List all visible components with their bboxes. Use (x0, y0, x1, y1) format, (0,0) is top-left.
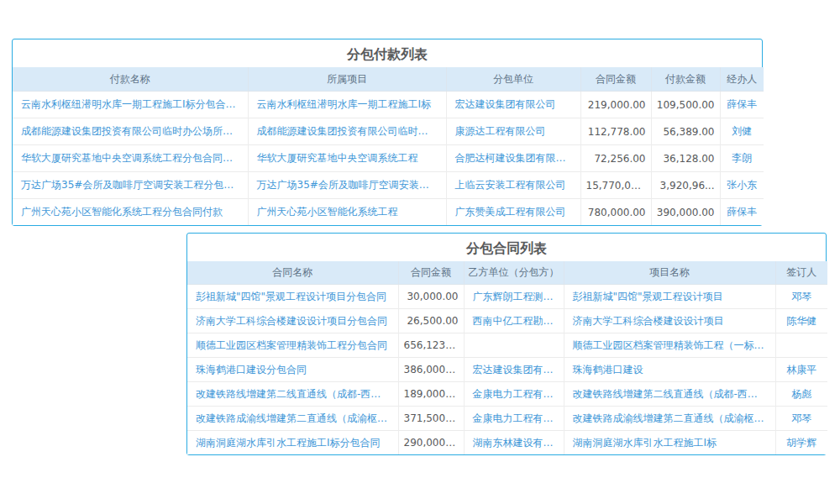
cell-handler[interactable]: 李朗 (720, 145, 764, 172)
cell-name[interactable]: 改建铁路成渝线增建第二直通线（成渝枢纽）电力... (187, 407, 398, 431)
table-row: 华软大厦研究基地中央空调系统工程分包合同付款华软大厦研究基地中央空调系统工程合肥… (13, 145, 764, 172)
column-header-signer: 签订人 (775, 261, 827, 285)
cell-unit[interactable]: 康源达工程有限公司 (446, 118, 580, 145)
cell-amount: 656,123.00 (398, 333, 464, 358)
cell-project[interactable]: 万达广场35#会所及咖啡厅空调安装工程 (248, 172, 446, 199)
column-header-project: 项目名称 (564, 261, 775, 285)
cell-contract-amount: 112,778.00 (580, 118, 651, 145)
cell-name[interactable]: 彭祖新城"四馆"景观工程设计项目分包合同 (187, 285, 398, 309)
table-row: 顺德工业园区档案管理精装饰工程分包合同656,123.00顺德工业园区档案管理精… (187, 333, 827, 358)
payment-table-header: 付款名称所属项目分包单位合同金额付款金额经办人 (13, 67, 764, 92)
cell-name[interactable]: 改建铁路线增建第二线直通线（成都-西安）电力线... (187, 382, 398, 407)
cell-project[interactable]: 改建铁路成渝线增建第二直通线（成渝枢纽）电力... (564, 407, 775, 431)
cell-unit[interactable]: 金康电力工程有限公司 (464, 407, 564, 431)
cell-unit (464, 333, 564, 358)
cell-name[interactable]: 广州天心苑小区智能化系统工程分包合同付款 (13, 199, 248, 226)
cell-project[interactable]: 云南水利枢纽潜明水库一期工程施工I标 (248, 92, 446, 118)
table-row: 云南水利枢纽潜明水库一期工程施工I标分包合同付款云南水利枢纽潜明水库一期工程施工… (13, 92, 764, 118)
cell-amount: 26,500.00 (398, 309, 464, 333)
cell-project[interactable]: 改建铁路线增建第二线直通线（成都-西安）电力线... (564, 382, 775, 407)
cell-payment-amount: 36,128.00 (651, 145, 720, 172)
cell-project[interactable]: 济南大学工科综合楼建设设计项目 (564, 309, 775, 333)
payment-list-panel: 分包付款列表 付款名称所属项目分包单位合同金额付款金额经办人 云南水利枢纽潜明水… (12, 39, 763, 226)
table-row: 珠海鹤港口建设分包合同386,000.00宏达建设集团有限公司珠海鹤港口建设林康… (187, 358, 827, 382)
cell-contract-amount: 15,770,00... (580, 172, 651, 199)
column-header-unit: 分包单位 (446, 67, 580, 92)
cell-name[interactable]: 华软大厦研究基地中央空调系统工程分包合同付款 (13, 145, 248, 172)
cell-handler[interactable]: 薛保丰 (720, 92, 764, 118)
column-header-handler: 经办人 (720, 67, 764, 92)
table-row: 彭祖新城"四馆"景观工程设计项目分包合同30,000.00广东辉朗工程测绘公司彭… (187, 285, 827, 309)
payment-table-body: 云南水利枢纽潜明水库一期工程施工I标分包合同付款云南水利枢纽潜明水库一期工程施工… (13, 92, 764, 226)
column-header-unit: 乙方单位（分包方） (464, 261, 564, 285)
cell-signer[interactable]: 邓琴 (775, 407, 827, 431)
cell-contract-amount: 72,256.00 (580, 145, 651, 172)
cell-payment-amount: 390,000.00 (651, 199, 720, 226)
cell-unit[interactable]: 广东赞美成工程有限公司 (446, 199, 580, 226)
contract-table-header: 合同名称合同金额乙方单位（分包方）项目名称签订人 (187, 261, 827, 285)
cell-unit[interactable]: 宏达建设集团有限公司 (464, 358, 564, 382)
table-row: 广州天心苑小区智能化系统工程分包合同付款广州天心苑小区智能化系统工程广东赞美成工… (13, 199, 764, 226)
cell-signer[interactable]: 陈华健 (775, 309, 827, 333)
cell-payment-amount: 3,920,96... (651, 172, 720, 199)
contract-list-title: 分包合同列表 (187, 234, 826, 261)
cell-amount: 290,000.00 (398, 431, 464, 455)
cell-name[interactable]: 济南大学工科综合楼建设设计项目分包合同 (187, 309, 398, 333)
cell-signer[interactable]: 林康平 (775, 358, 827, 382)
column-header-amount: 合同金额 (398, 261, 464, 285)
cell-payment-amount: 56,389.00 (651, 118, 720, 145)
cell-name[interactable]: 顺德工业园区档案管理精装饰工程分包合同 (187, 333, 398, 358)
cell-handler[interactable]: 薛保丰 (720, 199, 764, 226)
cell-payment-amount: 109,500.00 (651, 92, 720, 118)
cell-name[interactable]: 珠海鹤港口建设分包合同 (187, 358, 398, 382)
column-header-project: 所属项目 (248, 67, 446, 92)
cell-handler[interactable]: 刘健 (720, 118, 764, 145)
cell-unit[interactable]: 广东辉朗工程测绘公司 (464, 285, 564, 309)
cell-name[interactable]: 湖南洞庭湖水库引水工程施工I标分包合同 (187, 431, 398, 455)
cell-amount: 371,500.00 (398, 407, 464, 431)
cell-unit[interactable]: 上临云安装工程有限公司 (446, 172, 580, 199)
cell-amount: 386,000.00 (398, 358, 464, 382)
cell-name[interactable]: 成都能源建设集团投资有限公司临时办公场所装修改造... (13, 118, 248, 145)
column-header-name: 付款名称 (13, 67, 248, 92)
cell-project[interactable]: 湖南洞庭湖水库引水工程施工I标 (564, 431, 775, 455)
cell-project[interactable]: 珠海鹤港口建设 (564, 358, 775, 382)
cell-unit[interactable]: 合肥达柯建设集团有限公司 (446, 145, 580, 172)
cell-unit[interactable]: 金康电力工程有限公司 (464, 382, 564, 407)
payment-list-title: 分包付款列表 (13, 39, 762, 67)
column-header-name: 合同名称 (187, 261, 398, 285)
cell-project[interactable]: 华软大厦研究基地中央空调系统工程 (248, 145, 446, 172)
cell-signer[interactable]: 杨彪 (775, 382, 827, 407)
cell-project[interactable]: 广州天心苑小区智能化系统工程 (248, 199, 446, 226)
cell-project[interactable]: 顺德工业园区档案管理精装饰工程（一标段） (564, 333, 775, 358)
table-row: 万达广场35#会所及咖啡厅空调安装工程分包合同付款万达广场35#会所及咖啡厅空调… (13, 172, 764, 199)
column-header-contract-amount: 合同金额 (580, 67, 651, 92)
cell-unit[interactable]: 西南中亿工程勘察公司 (464, 309, 564, 333)
cell-handler[interactable]: 张小东 (720, 172, 764, 199)
cell-unit[interactable]: 湖南东林建设有限公司 (464, 431, 564, 455)
cell-name[interactable]: 云南水利枢纽潜明水库一期工程施工I标分包合同付款 (13, 92, 248, 118)
contract-table: 合同名称合同金额乙方单位（分包方）项目名称签订人 彭祖新城"四馆"景观工程设计项… (187, 261, 827, 454)
table-row: 济南大学工科综合楼建设设计项目分包合同26,500.00西南中亿工程勘察公司济南… (187, 309, 827, 333)
payment-table: 付款名称所属项目分包单位合同金额付款金额经办人 云南水利枢纽潜明水库一期工程施工… (13, 67, 764, 225)
cell-signer[interactable]: 邓琴 (775, 285, 827, 309)
table-row: 湖南洞庭湖水库引水工程施工I标分包合同290,000.00湖南东林建设有限公司湖… (187, 431, 827, 455)
table-row: 改建铁路成渝线增建第二直通线（成渝枢纽）电力...371,500.00金康电力工… (187, 407, 827, 431)
cell-name[interactable]: 万达广场35#会所及咖啡厅空调安装工程分包合同付款 (13, 172, 248, 199)
cell-contract-amount: 219,000.00 (580, 92, 651, 118)
column-header-payment-amount: 付款金额 (651, 67, 720, 92)
cell-project[interactable]: 彭祖新城"四馆"景观工程设计项目 (564, 285, 775, 309)
cell-unit[interactable]: 宏达建设集团有限公司 (446, 92, 580, 118)
cell-amount: 189,000.00 (398, 382, 464, 407)
cell-contract-amount: 780,000.00 (580, 199, 651, 226)
cell-amount: 30,000.00 (398, 285, 464, 309)
contract-list-panel: 分包合同列表 合同名称合同金额乙方单位（分包方）项目名称签订人 彭祖新城"四馆"… (186, 233, 827, 455)
table-row: 成都能源建设集团投资有限公司临时办公场所装修改造...成都能源建设集团投资有限公… (13, 118, 764, 145)
contract-table-body: 彭祖新城"四馆"景观工程设计项目分包合同30,000.00广东辉朗工程测绘公司彭… (187, 285, 827, 455)
table-row: 改建铁路线增建第二线直通线（成都-西安）电力线...189,000.00金康电力… (187, 382, 827, 407)
cell-project[interactable]: 成都能源建设集团投资有限公司临时办公场所... (248, 118, 446, 145)
cell-signer[interactable]: 胡学辉 (775, 431, 827, 455)
cell-signer (775, 333, 827, 358)
